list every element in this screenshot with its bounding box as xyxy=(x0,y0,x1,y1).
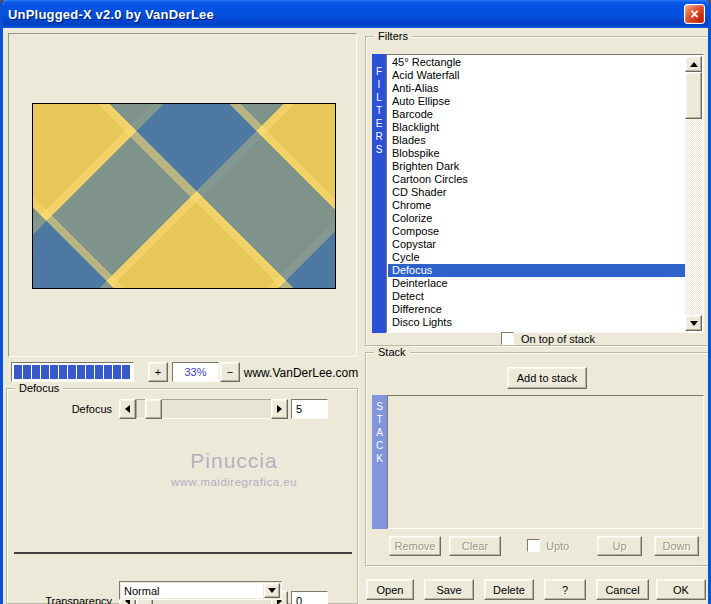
progress-segment xyxy=(59,365,67,379)
close-button[interactable]: × xyxy=(684,4,705,24)
progress-segment xyxy=(14,365,22,379)
arrow-right-icon xyxy=(277,405,282,413)
progress-segment xyxy=(50,365,58,379)
defocus-groupbox: Defocus Defocus 5 Pinuccia www.maidiregr… xyxy=(6,388,358,604)
filter-item[interactable]: Deinterlace xyxy=(388,277,685,290)
filter-item[interactable]: Cycle xyxy=(388,251,685,264)
progress-segment xyxy=(77,365,85,379)
progress-segment xyxy=(68,365,76,379)
zoom-in-button[interactable]: + xyxy=(148,362,168,382)
arrow-down-icon xyxy=(690,321,698,326)
strip-letter: A xyxy=(376,426,383,439)
filter-item[interactable]: Disco Lights xyxy=(388,316,685,329)
strip-letter: K xyxy=(376,452,383,465)
blend-mode-value: Normal xyxy=(121,583,263,598)
strip-letter: F xyxy=(376,65,382,78)
filter-item[interactable]: Chrome xyxy=(388,199,685,212)
down-button[interactable]: Down xyxy=(654,536,699,556)
defocus-value-field[interactable]: 5 xyxy=(291,399,328,419)
divider-line xyxy=(14,552,352,554)
strip-letter: L xyxy=(376,91,382,104)
filter-item[interactable]: Colorize xyxy=(388,212,685,225)
defocus-value: 5 xyxy=(296,403,302,415)
open-button[interactable]: Open xyxy=(366,579,414,600)
zoom-out-button[interactable]: − xyxy=(220,362,240,382)
filter-item[interactable]: Defocus xyxy=(388,264,685,277)
upto-checkbox[interactable] xyxy=(527,539,540,552)
blend-mode-combobox[interactable]: Normal xyxy=(119,581,282,600)
defocus-increment-button[interactable] xyxy=(271,399,288,419)
ok-button[interactable]: OK xyxy=(656,579,706,600)
transparency-label: Transparency xyxy=(19,595,112,604)
defocus-decrement-button[interactable] xyxy=(119,399,136,419)
preview-image[interactable] xyxy=(32,103,336,289)
watermark-name: Pinuccia xyxy=(114,449,354,473)
add-to-stack-button[interactable]: Add to stack xyxy=(507,367,587,389)
scrollbar-thumb[interactable] xyxy=(685,72,702,119)
strip-letter: C xyxy=(376,439,383,452)
transparency-value: 0 xyxy=(296,595,302,604)
strip-letter: S xyxy=(376,143,383,156)
filter-item[interactable]: Cartoon Circles xyxy=(388,173,685,186)
progress-segment xyxy=(113,365,121,379)
filters-scrollbar[interactable] xyxy=(685,56,702,331)
defocus-slider-thumb[interactable] xyxy=(145,399,162,419)
watermark-url: www.maidiregrafica.eu xyxy=(114,476,354,488)
clear-button[interactable]: Clear xyxy=(449,536,501,556)
filters-groupbox: Filters FILTERS 45° RectangleAcid Waterf… xyxy=(365,36,711,346)
on-top-of-stack-checkbox[interactable] xyxy=(501,332,514,345)
progress-segment xyxy=(32,365,40,379)
zoom-level-value: 33% xyxy=(184,366,206,378)
filter-item[interactable]: Blobspike xyxy=(388,147,685,160)
stack-strip: STACK xyxy=(372,395,387,529)
filter-item[interactable]: Copystar xyxy=(388,238,685,251)
remove-button[interactable]: Remove xyxy=(389,536,441,556)
save-button[interactable]: Save xyxy=(424,579,474,600)
filter-item[interactable]: Barcode xyxy=(388,108,685,121)
scroll-down-button[interactable] xyxy=(685,315,702,331)
transparency-value-field[interactable]: 0 xyxy=(291,591,328,604)
filter-item[interactable]: 45° Rectangle xyxy=(388,56,685,69)
filter-item[interactable]: Difference xyxy=(388,303,685,316)
combo-dropdown-button[interactable] xyxy=(264,583,280,598)
stack-list[interactable] xyxy=(387,395,704,529)
cancel-button[interactable]: Cancel xyxy=(596,579,649,600)
filter-item[interactable]: Blades xyxy=(388,134,685,147)
delete-button[interactable]: Delete xyxy=(484,579,534,600)
filters-strip: FILTERS xyxy=(372,54,386,333)
filter-item[interactable]: Anti-Alias xyxy=(388,82,685,95)
progress-segment xyxy=(86,365,94,379)
filter-item[interactable]: Compose xyxy=(388,225,685,238)
filter-item[interactable]: Blacklight xyxy=(388,121,685,134)
chevron-down-icon xyxy=(268,588,276,593)
filter-item[interactable]: CD Shader xyxy=(388,186,685,199)
preview-panel xyxy=(8,33,357,357)
filter-item[interactable]: Acid Waterfall xyxy=(388,69,685,82)
filter-item[interactable]: Distortion xyxy=(388,329,685,331)
plus-icon: + xyxy=(155,366,161,378)
minus-icon: − xyxy=(227,366,233,378)
filters-listbox[interactable]: 45° RectangleAcid WaterfallAnti-AliasAut… xyxy=(386,54,704,333)
scroll-up-button[interactable] xyxy=(685,56,702,72)
filter-item[interactable]: Brighten Dark xyxy=(388,160,685,173)
filter-item[interactable]: Auto Ellipse xyxy=(388,95,685,108)
progress-segment xyxy=(95,365,103,379)
on-top-of-stack-label: On top of stack xyxy=(521,333,595,345)
strip-letter: S xyxy=(376,400,383,413)
progress-segment xyxy=(122,365,130,379)
filters-group-title: Filters xyxy=(374,30,412,42)
close-icon: × xyxy=(690,7,698,21)
strip-letter: T xyxy=(376,104,382,117)
filter-item[interactable]: Detect xyxy=(388,290,685,303)
stack-groupbox: Stack Add to stack STACK Remove Clear Up… xyxy=(365,352,711,566)
filters-list: 45° RectangleAcid WaterfallAnti-AliasAut… xyxy=(388,56,685,331)
stack-group-title: Stack xyxy=(374,346,410,358)
help-button[interactable]: ? xyxy=(544,579,586,600)
progress-segment xyxy=(104,365,112,379)
vendor-link[interactable]: www.VanDerLee.com xyxy=(243,366,359,380)
strip-letter: R xyxy=(375,130,382,143)
arrow-left-icon xyxy=(125,405,130,413)
title-bar[interactable]: UnPlugged-X v2.0 by VanDerLee × xyxy=(0,0,711,28)
arrow-up-icon xyxy=(690,62,698,67)
up-button[interactable]: Up xyxy=(597,536,642,556)
